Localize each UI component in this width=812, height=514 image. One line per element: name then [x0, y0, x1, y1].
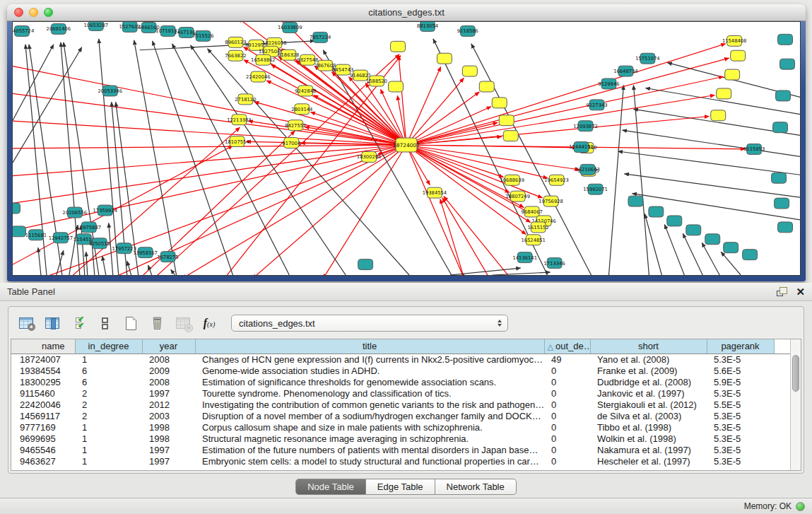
cell-out_degree[interactable]: 0: [544, 455, 590, 467]
cell-short[interactable]: Jankovic et al. (1997): [590, 387, 707, 399]
cell-name[interactable]: 19384554: [11, 365, 75, 376]
graph-node[interactable]: [778, 34, 793, 45]
graph-node[interactable]: [731, 50, 746, 61]
cell-name[interactable]: 14569117: [11, 410, 75, 421]
column-header-pagerank[interactable]: pagerank: [707, 339, 774, 354]
cell-year[interactable]: 2009: [142, 365, 195, 376]
graph-node[interactable]: [667, 216, 682, 226]
cell-title[interactable]: Embryonic stem cells: a model to study s…: [195, 455, 544, 467]
graph-node[interactable]: 12213383: [227, 115, 252, 125]
graph-node[interactable]: 7857224: [310, 32, 331, 42]
cell-short[interactable]: Dudbridge et al. (2008): [590, 376, 707, 387]
column-header-short[interactable]: short: [590, 339, 707, 354]
graph-node[interactable]: 8960123: [225, 37, 246, 47]
graph-node[interactable]: [724, 243, 739, 253]
graph-node[interactable]: [391, 41, 406, 52]
graph-node[interactable]: 1678275: [158, 252, 179, 262]
cell-pagerank[interactable]: 5.3E-5: [707, 444, 774, 455]
graph-node[interactable]: [780, 59, 795, 69]
graph-node[interactable]: [775, 198, 789, 209]
graph-node[interactable]: 7663822: [225, 50, 246, 61]
cell-title[interactable]: Tourette syndrome. Phenomenology and cla…: [195, 387, 544, 399]
cell-title[interactable]: Corpus callosum shape and size in male p…: [195, 421, 544, 433]
table-row[interactable]: 1830029562008Estimation of significance …: [11, 376, 792, 387]
graph-node[interactable]: 20206556: [63, 207, 88, 218]
cell-name[interactable]: 9699695: [11, 433, 75, 444]
cell-year[interactable]: 2003: [142, 410, 195, 421]
cell-year[interactable]: 1998: [142, 421, 195, 433]
cell-short[interactable]: Hescheler et al. (1997): [590, 455, 707, 467]
graph-node[interactable]: 2803144: [291, 104, 312, 115]
cell-short[interactable]: Yano et al. (2008): [590, 354, 707, 365]
cell-year[interactable]: 1997: [142, 387, 195, 399]
graph-node[interactable]: 15751074: [635, 53, 660, 64]
graph-node[interactable]: [503, 131, 518, 141]
cell-out_degree[interactable]: 0: [544, 444, 590, 455]
graph-node[interactable]: 13958167: [133, 247, 158, 258]
cell-title[interactable]: Estimation of the future numbers of pati…: [195, 444, 544, 455]
graph-node[interactable]: 7515526: [192, 30, 213, 41]
cell-out_degree[interactable]: 0: [544, 365, 590, 376]
cell-out_degree[interactable]: 0: [544, 376, 590, 387]
graph-node[interactable]: 20691406: [47, 23, 71, 34]
graph-node[interactable]: 16033809: [278, 22, 302, 33]
cell-name[interactable]: 18300295: [11, 376, 75, 387]
graph-node[interactable]: 1250515: [89, 238, 110, 249]
graph-node[interactable]: 16524851: [521, 235, 546, 245]
float-panel-icon[interactable]: [777, 287, 787, 296]
graph-node[interactable]: [437, 53, 452, 64]
cell-title[interactable]: Estimation of significance thresholds fo…: [195, 376, 544, 387]
cell-name[interactable]: 9463627: [11, 455, 75, 467]
column-header-title[interactable]: title: [195, 339, 544, 354]
table-row[interactable]: 2242004622012Investigating the contribut…: [11, 399, 792, 410]
cell-year[interactable]: 1997: [142, 444, 195, 455]
column-header-in_degree[interactable]: in_degree: [75, 339, 142, 354]
graph-node[interactable]: 1615152: [528, 222, 549, 233]
cell-in_degree[interactable]: 2: [75, 410, 142, 421]
graph-node[interactable]: 917004: [282, 138, 300, 148]
cell-in_degree[interactable]: 2: [75, 399, 142, 410]
table-selector-dropdown[interactable]: citations_edges.txt: [231, 315, 508, 332]
cell-year[interactable]: 2008: [142, 376, 195, 387]
cell-name[interactable]: 22420046: [11, 399, 75, 410]
graph-node[interactable]: [462, 66, 477, 76]
graph-node[interactable]: 8427552: [285, 120, 306, 131]
cell-title[interactable]: Disruption of a novel member of a sodium…: [195, 410, 544, 421]
graph-node[interactable]: [773, 122, 788, 133]
table-row[interactable]: 977716911998Corpus callosum shape and si…: [11, 421, 792, 433]
graph-node[interactable]: 14055724: [13, 25, 34, 36]
graph-hub-node[interactable]: 18724007: [393, 138, 420, 152]
graph-node[interactable]: 19654923: [544, 175, 569, 185]
graph-node[interactable]: 1588520: [366, 76, 387, 86]
cell-year[interactable]: 1998: [142, 433, 195, 444]
cell-year[interactable]: 2008: [142, 354, 195, 365]
graph-node[interactable]: [479, 81, 494, 92]
cell-title[interactable]: Changes of HCN gene expression and I(f) …: [195, 354, 544, 365]
cell-short[interactable]: Wolkin et al. (1998): [590, 433, 707, 444]
cell-pagerank[interactable]: 5.9E-5: [707, 376, 774, 387]
tab-network-table[interactable]: Network Table: [435, 479, 517, 495]
graph-node[interactable]: 9227343: [586, 100, 607, 110]
cell-in_degree[interactable]: 2: [75, 387, 142, 399]
cell-name[interactable]: 9115460: [11, 387, 75, 399]
graph-node[interactable]: [492, 98, 507, 108]
cell-pagerank[interactable]: 5.3E-5: [707, 421, 774, 433]
graph-node[interactable]: [499, 115, 514, 126]
graph-node[interactable]: 15992071: [583, 184, 608, 194]
cell-out_degree[interactable]: 0: [544, 433, 590, 444]
graph-node[interactable]: 10653287: [84, 22, 109, 30]
cell-in_degree[interactable]: 1: [75, 421, 142, 433]
graph-node[interactable]: 10975887: [77, 222, 102, 233]
cell-pagerank[interactable]: 5.3E-5: [707, 433, 774, 444]
graph-node[interactable]: [711, 110, 726, 121]
column-visibility-icon[interactable]: [42, 313, 62, 333]
function-builder-icon[interactable]: f(x): [199, 313, 219, 333]
cell-name[interactable]: 9777169: [11, 421, 75, 433]
cell-name[interactable]: 9465546: [11, 444, 75, 455]
cell-pagerank[interactable]: 5.3E-5: [707, 354, 774, 365]
graph-node[interactable]: 1527602: [119, 22, 141, 32]
graph-node[interactable]: [686, 225, 701, 235]
cell-in_degree[interactable]: 1: [75, 444, 142, 455]
cell-short[interactable]: de Silva et al. (2003): [590, 410, 707, 421]
row-selection-icon[interactable]: [69, 313, 88, 333]
